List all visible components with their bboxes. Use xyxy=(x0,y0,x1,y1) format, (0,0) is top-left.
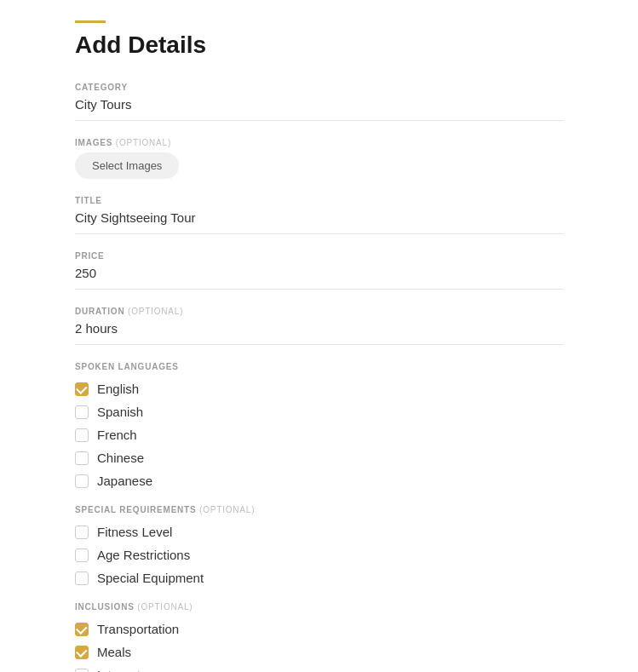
checkbox-label: Japanese xyxy=(97,474,152,488)
checkbox-box[interactable] xyxy=(75,474,89,488)
checkbox-box[interactable] xyxy=(75,382,89,396)
duration-field: DURATION (OPTIONAL) 2 hours xyxy=(75,307,563,345)
special-requirements-section: SPECIAL REQUIREMENTS (OPTIONAL) Fitness … xyxy=(75,505,563,585)
checkbox-label: Special Equipment xyxy=(97,571,204,585)
checkbox-label: Fitness Level xyxy=(97,525,172,539)
page-accent xyxy=(75,20,106,23)
price-value: 250 xyxy=(75,266,563,290)
special-requirements-list: Fitness LevelAge RestrictionsSpecial Equ… xyxy=(75,525,563,585)
title-field: TITLE City Sightseeing Tour xyxy=(75,196,563,234)
spoken-languages-section: SPOKEN LANGUAGES EnglishSpanishFrenchChi… xyxy=(75,362,563,488)
checkbox-box[interactable] xyxy=(75,428,89,442)
checkbox-box[interactable] xyxy=(75,669,89,673)
list-item[interactable]: Meals xyxy=(75,645,563,659)
inclusions-section: INCLUSIONS (OPTIONAL) TransportationMeal… xyxy=(75,602,563,672)
title-label: TITLE xyxy=(75,196,563,205)
checkbox-label: French xyxy=(97,428,137,442)
spoken-languages-label: SPOKEN LANGUAGES xyxy=(75,362,563,371)
inclusions-list: TransportationMealsInternetSouvenirs xyxy=(75,622,563,672)
checkbox-box[interactable] xyxy=(75,526,89,539)
select-images-button[interactable]: Select Images xyxy=(75,152,179,179)
list-item[interactable]: Spanish xyxy=(75,405,563,419)
checkbox-box[interactable] xyxy=(75,646,89,659)
list-item[interactable]: Fitness Level xyxy=(75,525,563,539)
checkbox-label: Age Restrictions xyxy=(97,548,190,562)
category-label: CATEGORY xyxy=(75,83,563,92)
page-title: Add Details xyxy=(75,32,563,59)
category-value: City Tours xyxy=(75,97,563,121)
checkbox-label: Internet xyxy=(97,668,141,672)
duration-value: 2 hours xyxy=(75,321,563,345)
checkbox-box[interactable] xyxy=(75,405,89,419)
checkbox-box[interactable] xyxy=(75,571,89,585)
checkbox-label: Meals xyxy=(97,645,131,659)
list-item[interactable]: Internet xyxy=(75,668,563,672)
inclusions-label: INCLUSIONS (OPTIONAL) xyxy=(75,602,563,612)
list-item[interactable]: Japanese xyxy=(75,474,563,488)
list-item[interactable]: French xyxy=(75,428,563,442)
duration-label: DURATION (OPTIONAL) xyxy=(75,307,563,316)
price-field: PRICE 250 xyxy=(75,251,563,290)
special-requirements-label: SPECIAL REQUIREMENTS (OPTIONAL) xyxy=(75,505,563,514)
checkbox-label: Spanish xyxy=(97,405,143,419)
images-label: IMAGES (OPTIONAL) xyxy=(75,138,563,147)
title-value: City Sightseeing Tour xyxy=(75,210,563,234)
price-label: PRICE xyxy=(75,251,563,261)
checkbox-label: English xyxy=(97,382,139,396)
checkbox-label: Transportation xyxy=(97,622,179,636)
checkbox-box[interactable] xyxy=(75,549,89,562)
checkbox-box[interactable] xyxy=(75,623,89,636)
spoken-languages-list: EnglishSpanishFrenchChineseJapanese xyxy=(75,382,563,488)
list-item[interactable]: Age Restrictions xyxy=(75,548,563,562)
category-field: CATEGORY City Tours xyxy=(75,83,563,121)
list-item[interactable]: Transportation xyxy=(75,622,563,636)
checkbox-box[interactable] xyxy=(75,451,89,465)
checkbox-label: Chinese xyxy=(97,451,144,465)
list-item[interactable]: English xyxy=(75,382,563,396)
list-item[interactable]: Special Equipment xyxy=(75,571,563,585)
images-field: IMAGES (OPTIONAL) Select Images xyxy=(75,138,563,179)
list-item[interactable]: Chinese xyxy=(75,451,563,465)
